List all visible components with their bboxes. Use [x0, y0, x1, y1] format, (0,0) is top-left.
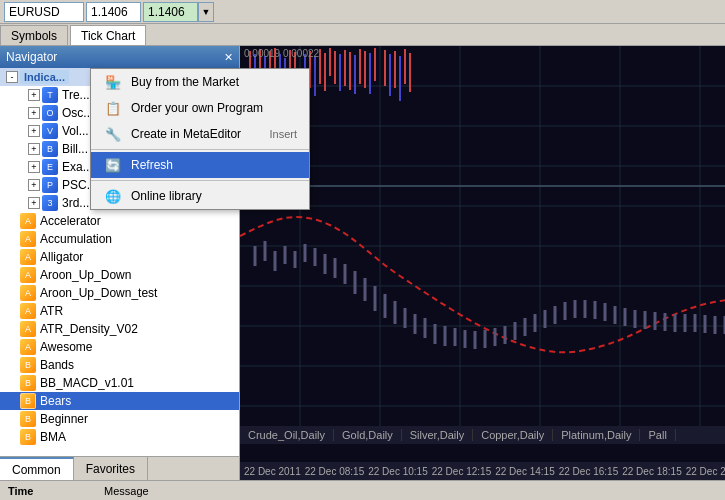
chart-svg	[240, 46, 725, 480]
create-metaeditor-icon: 🔧	[103, 126, 123, 142]
subsection-3rd-label: 3rd...	[62, 196, 89, 210]
nav-item-beginner[interactable]: B Beginner	[0, 410, 239, 428]
time-label-0: 22 Dec 2011	[244, 466, 301, 477]
trend-icon: T	[42, 87, 58, 103]
subsection-trend-label: Tre...	[62, 88, 90, 102]
time-label-7: 22 Dec 2	[686, 466, 725, 477]
subsection-ex-label: Exa...	[62, 160, 93, 174]
price-level-label: 0.00019 0.00022	[244, 48, 319, 59]
tree-plus-ex[interactable]: +	[28, 161, 40, 173]
symbol-gold[interactable]: Gold,Daily	[334, 429, 402, 441]
nav-item-alligator[interactable]: A Alligator	[0, 248, 239, 266]
nav-item-atr-density[interactable]: A ATR_Density_V02	[0, 320, 239, 338]
menu-order-program[interactable]: 📋 Order your own Program	[91, 95, 309, 121]
accelerator-icon: A	[20, 213, 36, 229]
price-bid: 1.1406	[86, 2, 141, 22]
symbol-platinum[interactable]: Platinum,Daily	[553, 429, 640, 441]
buy-market-icon: 🏪	[103, 74, 123, 90]
indicator-badge: Indica...	[20, 70, 69, 84]
nav-tabs: Common Favorites	[0, 456, 239, 480]
aroon-icon: A	[20, 267, 36, 283]
tabs-row: Symbols Tick Chart	[0, 24, 725, 46]
item-bears: Bears	[40, 394, 71, 408]
nav-item-aroon-up-down[interactable]: A Aroon_Up_Down	[0, 266, 239, 284]
nav-item-bears[interactable]: B Bears	[0, 392, 239, 410]
nav-item-awesome[interactable]: A Awesome	[0, 338, 239, 356]
accumulation-icon: A	[20, 231, 36, 247]
tree-expand-indicators[interactable]: -	[6, 71, 18, 83]
status-message-label: Message	[104, 485, 149, 497]
menu-online-library[interactable]: 🌐 Online library	[91, 183, 309, 209]
beginner-icon: B	[20, 411, 36, 427]
menu-refresh[interactable]: 🔄 Refresh	[91, 152, 309, 178]
subsection-osc-label: Osc...	[62, 106, 93, 120]
create-metaeditor-shortcut: Insert	[269, 128, 297, 140]
online-library-icon: 🌐	[103, 188, 123, 204]
aroon-test-icon: A	[20, 285, 36, 301]
item-bma: BMA	[40, 430, 66, 444]
osc-icon: O	[42, 105, 58, 121]
tree-plus-vol[interactable]: +	[28, 125, 40, 137]
main-area: Navigator ✕ - Indica... + T Tre... + O O…	[0, 46, 725, 480]
context-menu: 🏪 Buy from the Market 📋 Order your own P…	[90, 68, 310, 210]
item-atr: ATR	[40, 304, 63, 318]
nav-close-icon[interactable]: ✕	[224, 51, 233, 64]
item-aroon-test: Aroon_Up_Down_test	[40, 286, 157, 300]
vol-icon: V	[42, 123, 58, 139]
status-time-label: Time	[8, 485, 88, 497]
price-dropdown[interactable]: ▼	[198, 2, 214, 22]
item-aroon: Aroon_Up_Down	[40, 268, 131, 282]
item-beginner: Beginner	[40, 412, 88, 426]
tree-plus-3rd[interactable]: +	[28, 197, 40, 209]
symbol-pall[interactable]: Pall	[640, 429, 675, 441]
menu-buy-market[interactable]: 🏪 Buy from the Market	[91, 69, 309, 95]
nav-item-bma[interactable]: B BMA	[0, 428, 239, 446]
nav-header: Navigator ✕	[0, 46, 239, 68]
menu-separator-2	[91, 180, 309, 181]
symbol-silver[interactable]: Silver,Daily	[402, 429, 473, 441]
item-awesome: Awesome	[40, 340, 92, 354]
tree-plus-trend[interactable]: +	[28, 89, 40, 101]
tab-symbols[interactable]: Symbols	[0, 25, 68, 45]
refresh-label: Refresh	[131, 158, 173, 172]
symbol-input[interactable]: EURUSD	[4, 2, 84, 22]
top-bar: EURUSD 1.1406 1.1406 ▼	[0, 0, 725, 24]
nav-tab-common[interactable]: Common	[0, 457, 74, 480]
3rd-icon: 3	[42, 195, 58, 211]
time-label-5: 22 Dec 16:15	[559, 466, 619, 477]
nav-item-atr[interactable]: A ATR	[0, 302, 239, 320]
subsection-bill-label: Bill...	[62, 142, 88, 156]
nav-tab-favorites[interactable]: Favorites	[74, 457, 148, 480]
tree-plus-bill[interactable]: +	[28, 143, 40, 155]
nav-title: Navigator	[6, 50, 57, 64]
item-bands: Bands	[40, 358, 74, 372]
atr-icon: A	[20, 303, 36, 319]
subsection-vol-label: Vol...	[62, 124, 89, 138]
tab-tickchart[interactable]: Tick Chart	[70, 25, 146, 45]
ex-icon: E	[42, 159, 58, 175]
nav-item-aroon-test[interactable]: A Aroon_Up_Down_test	[0, 284, 239, 302]
bbmacd-icon: B	[20, 375, 36, 391]
alligator-icon: A	[20, 249, 36, 265]
refresh-icon: 🔄	[103, 157, 123, 173]
bill-icon: B	[42, 141, 58, 157]
nav-item-bbmacd[interactable]: B BB_MACD_v1.01	[0, 374, 239, 392]
order-program-label: Order your own Program	[131, 101, 263, 115]
atr-density-icon: A	[20, 321, 36, 337]
tree-plus-psc[interactable]: +	[28, 179, 40, 191]
svg-rect-0	[240, 46, 725, 480]
order-program-icon: 📋	[103, 100, 123, 116]
nav-item-accumulation[interactable]: A Accumulation	[0, 230, 239, 248]
time-label-1: 22 Dec 08:15	[305, 466, 365, 477]
item-atr-density: ATR_Density_V02	[40, 322, 138, 336]
symbol-copper[interactable]: Copper,Daily	[473, 429, 553, 441]
item-accelerator: Accelerator	[40, 214, 101, 228]
tree-plus-osc[interactable]: +	[28, 107, 40, 119]
bears-icon: B	[20, 393, 36, 409]
menu-separator	[91, 149, 309, 150]
menu-create-metaeditor[interactable]: 🔧 Create in MetaEditor Insert	[91, 121, 309, 147]
nav-item-accelerator[interactable]: A Accelerator	[0, 212, 239, 230]
symbol-crude[interactable]: Crude_Oil,Daily	[240, 429, 334, 441]
nav-item-bands[interactable]: B Bands	[0, 356, 239, 374]
status-bar: Time Message	[0, 480, 725, 500]
